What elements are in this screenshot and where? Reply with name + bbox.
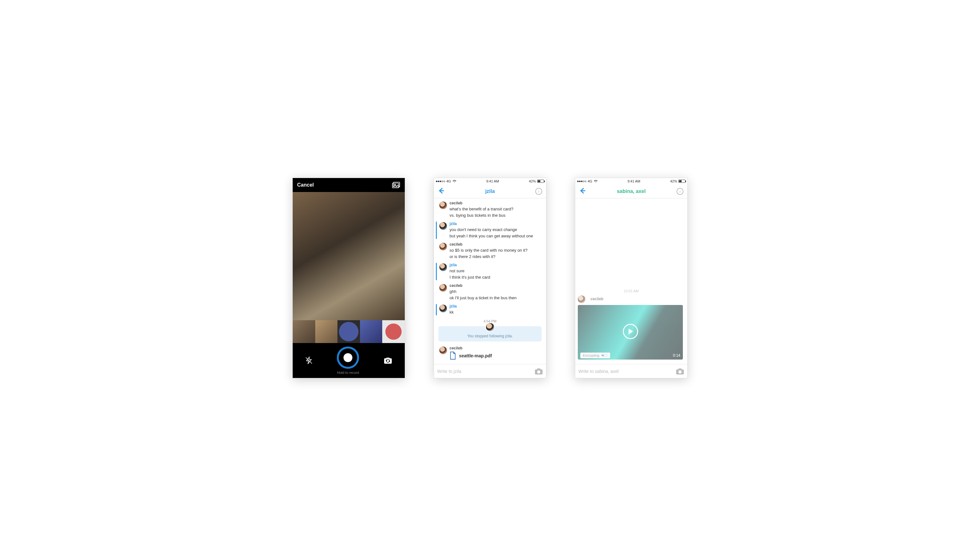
sender-username[interactable]: cecileb [450, 283, 543, 288]
message-group: cecilebso $5 is only the card with no mo… [434, 241, 546, 262]
nav-header: jzila i [434, 184, 546, 198]
thumbnail[interactable] [315, 320, 338, 343]
screen-chat-jzila: 4G 9:41 AM 42% jzila i cecilebwhat's the… [433, 178, 547, 378]
thumbnail[interactable] [382, 320, 405, 343]
svg-point-9 [678, 370, 682, 373]
message-text: kk [450, 309, 543, 315]
info-button[interactable]: i [676, 188, 684, 195]
encrypting-badge: Encrypting [580, 352, 610, 358]
following-indicator [436, 304, 437, 315]
progress-bar [601, 354, 608, 356]
play-icon[interactable] [623, 324, 638, 339]
avatar[interactable] [439, 243, 447, 251]
svg-point-6 [537, 370, 540, 373]
signal-dots-icon [436, 181, 445, 182]
thumbnail[interactable] [338, 320, 360, 343]
back-button[interactable] [438, 187, 445, 196]
avatar[interactable] [439, 222, 447, 230]
composer [434, 364, 546, 378]
sender-username[interactable]: cecileb [590, 297, 603, 301]
system-message-text: You stopped following jzila. [467, 334, 513, 338]
message-list[interactable]: 12:01 AM cecileb Encrypting 0:14 [575, 198, 687, 364]
timestamp-label: 12:01 AM [575, 287, 687, 295]
camera-bottom-bar: Hold to record [293, 343, 405, 378]
following-indicator [436, 263, 437, 280]
back-button[interactable] [579, 187, 586, 196]
clock-label: 9:41 AM [627, 179, 640, 183]
battery-pct-label: 42% [670, 179, 677, 183]
message-list[interactable]: cecilebwhat's the benefit of a transit c… [434, 198, 546, 364]
avatar[interactable] [439, 263, 447, 271]
gallery-icon[interactable] [392, 181, 400, 189]
video-duration: 0:14 [673, 353, 680, 358]
thumbnail[interactable] [360, 320, 383, 343]
composer-input[interactable] [578, 369, 673, 374]
chat-title[interactable]: sabina, axel [617, 189, 646, 194]
camera-recent-thumbnails [293, 320, 405, 343]
carrier-label: 4G [446, 179, 451, 183]
message-text: ghh [450, 288, 543, 295]
message-group: jzilanot sureI think it's just the card [434, 262, 546, 282]
nav-header: sabina, axel i [575, 184, 687, 198]
flash-off-icon[interactable] [305, 356, 313, 365]
camera-icon[interactable] [535, 368, 543, 375]
wifi-icon [593, 179, 598, 183]
following-indicator [436, 221, 437, 239]
camera-top-bar: Cancel [293, 178, 405, 192]
message-text: I think it's just the card [450, 274, 543, 281]
status-bar: 4G 9:41 AM 42% [575, 178, 687, 184]
clock-label: 9:41 AM [486, 179, 499, 183]
camera-viewfinder [293, 192, 405, 320]
svg-rect-10 [678, 369, 682, 370]
message-text: you don't need to carry exact change [450, 226, 543, 233]
wifi-icon [452, 179, 456, 183]
message-text: so $5 is only the card with no money on … [450, 247, 543, 254]
chat-title[interactable]: jzila [485, 189, 495, 194]
file-attachment[interactable]: seattle-map.pdf [450, 352, 543, 360]
sender-username[interactable]: jzila [450, 221, 543, 226]
thumbnail[interactable] [293, 320, 315, 343]
sender-username[interactable]: cecileb [450, 201, 543, 205]
screen-camera: Cancel Hold to record [293, 178, 405, 378]
message-text: but yeah I think you can get away withou… [450, 233, 543, 239]
avatar[interactable] [439, 284, 447, 292]
message-group: cecilebghhok I'll just buy a ticket in t… [434, 282, 546, 303]
avatar[interactable] [578, 296, 585, 303]
info-button[interactable]: i [535, 188, 542, 195]
battery-pct-label: 42% [529, 179, 536, 183]
file-icon [450, 352, 456, 360]
file-name: seattle-map.pdf [459, 353, 492, 358]
sender-username[interactable]: jzila [450, 304, 543, 309]
sender-username[interactable]: cecileb [450, 242, 543, 247]
avatar[interactable] [439, 347, 447, 354]
composer-input[interactable] [437, 369, 532, 374]
avatar[interactable] [485, 322, 495, 332]
message-group: jzilakk [434, 303, 546, 317]
sender-username[interactable]: cecileb [450, 346, 543, 350]
sender-username[interactable]: jzila [450, 263, 543, 267]
composer [575, 364, 687, 378]
carrier-label: 4G [588, 179, 592, 183]
message-group: cecilebseattle-map.pdf [434, 345, 546, 362]
svg-rect-7 [537, 369, 540, 370]
screen-chat-group: 4G 9:41 AM 42% sabina, axel i 12:01 AM c… [575, 178, 687, 378]
encrypting-label: Encrypting [583, 354, 599, 357]
message-text: vs. bying bus tickets in the bus [450, 212, 543, 219]
battery-icon [537, 179, 544, 183]
message-group: jzilayou don't need to carry exact chang… [434, 220, 546, 241]
message-text: not sure [450, 268, 543, 274]
video-attachment[interactable]: Encrypting 0:14 [578, 305, 683, 360]
signal-dots-icon [577, 181, 586, 182]
cancel-button[interactable]: Cancel [297, 182, 314, 188]
message-group: cecilebwhat's the benefit of a transit c… [434, 200, 546, 220]
hold-to-record-label: Hold to record [337, 371, 359, 375]
switch-camera-icon[interactable] [383, 356, 393, 365]
status-bar: 4G 9:41 AM 42% [434, 178, 546, 184]
system-message-card: You stopped following jzila. [438, 326, 542, 341]
avatar[interactable] [439, 202, 447, 209]
camera-icon[interactable] [676, 368, 684, 375]
battery-icon [678, 179, 686, 183]
shutter-button[interactable] [337, 347, 359, 369]
message-text: or is there 2 rides with it? [450, 254, 543, 260]
avatar[interactable] [439, 305, 447, 312]
